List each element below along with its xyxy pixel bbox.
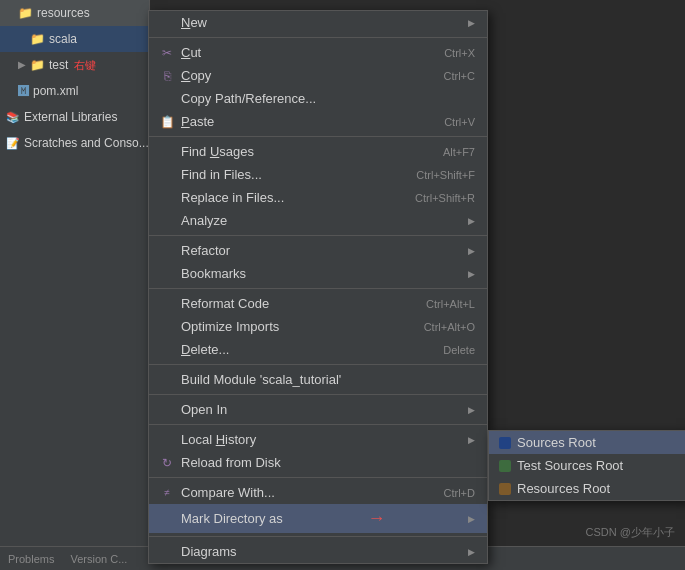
big-arrow-icon: →: [367, 508, 385, 529]
sidebar-item-scala[interactable]: 📁 scala: [0, 26, 149, 52]
cut-icon: ✂: [159, 46, 175, 60]
badge-label: 右键: [74, 55, 96, 75]
separator-2: [149, 136, 487, 137]
menu-label-find-files: Find in Files...: [181, 167, 262, 182]
shortcut-find-files: Ctrl+Shift+F: [416, 169, 475, 181]
separator-9: [149, 536, 487, 537]
menu-label-refactor: Refactor: [181, 243, 230, 258]
menu-label-reload: Reload from Disk: [181, 455, 281, 470]
menu-label-open-in: Open In: [181, 402, 227, 417]
menu-item-paste[interactable]: 📋 Paste Ctrl+V: [149, 110, 487, 133]
menu-item-local-history[interactable]: Local History: [149, 428, 487, 451]
sidebar-item-label: test: [49, 55, 68, 75]
sidebar-item-resources[interactable]: 📁 resources: [0, 0, 149, 26]
menu-label-bookmarks: Bookmarks: [181, 266, 246, 281]
menu-label-mark-directory: Mark Directory as: [181, 511, 283, 526]
reload-icon: ↻: [159, 456, 175, 470]
menu-label-diagrams: Diagrams: [181, 544, 237, 559]
shortcut-replace: Ctrl+Shift+R: [415, 192, 475, 204]
menu-item-cut[interactable]: ✂ Cut Ctrl+X: [149, 41, 487, 64]
mark-directory-submenu: Sources Root Test Sources Root Resources…: [488, 430, 685, 501]
submenu-item-resources-root[interactable]: Resources Root: [489, 477, 685, 500]
sidebar-item-pom[interactable]: 🅼 pom.xml: [0, 78, 149, 104]
menu-item-reload[interactable]: ↻ Reload from Disk: [149, 451, 487, 474]
sidebar: 📁 resources 📁 scala ▶ 📁 test 右键 🅼 pom.xm…: [0, 0, 150, 570]
menu-item-replace[interactable]: Replace in Files... Ctrl+Shift+R: [149, 186, 487, 209]
menu-label-optimize: Optimize Imports: [181, 319, 279, 334]
file-icon: 🅼: [18, 81, 29, 101]
menu-label-paste: Paste: [181, 114, 214, 129]
separator-3: [149, 235, 487, 236]
menu-item-diagrams[interactable]: Diagrams: [149, 540, 487, 563]
menu-item-delete[interactable]: Delete... Delete: [149, 338, 487, 361]
menu-label-reformat: Reformat Code: [181, 296, 269, 311]
sidebar-item-label: Scratches and Conso...: [24, 133, 149, 153]
lib-icon: 📚: [6, 107, 20, 127]
menu-item-bookmarks[interactable]: Bookmarks: [149, 262, 487, 285]
menu-item-optimize[interactable]: Optimize Imports Ctrl+Alt+O: [149, 315, 487, 338]
menu-item-copy[interactable]: ⎘ Copy Ctrl+C: [149, 64, 487, 87]
sidebar-item-scratches[interactable]: 📝 Scratches and Conso...: [0, 130, 149, 156]
folder-icon: 📁: [30, 55, 45, 75]
separator-7: [149, 424, 487, 425]
menu-item-analyze[interactable]: Analyze: [149, 209, 487, 232]
menu-item-find-usages[interactable]: Find Usages Alt+F7: [149, 140, 487, 163]
menu-item-open-in[interactable]: Open In: [149, 398, 487, 421]
compare-icon: ≠: [159, 487, 175, 498]
shortcut-delete: Delete: [443, 344, 475, 356]
bottom-bar-version[interactable]: Version C...: [70, 553, 127, 565]
separator-6: [149, 394, 487, 395]
menu-item-new[interactable]: New: [149, 11, 487, 34]
menu-label-replace: Replace in Files...: [181, 190, 284, 205]
shortcut-reformat: Ctrl+Alt+L: [426, 298, 475, 310]
menu-item-copy-path[interactable]: Copy Path/Reference...: [149, 87, 487, 110]
sidebar-item-label: scala: [49, 29, 77, 49]
menu-label-delete: Delete...: [181, 342, 229, 357]
menu-label-cut: Cut: [181, 45, 201, 60]
separator-5: [149, 364, 487, 365]
menu-item-compare[interactable]: ≠ Compare With... Ctrl+D: [149, 481, 487, 504]
folder-icon: 📁: [30, 29, 45, 49]
submenu-label-resources-root: Resources Root: [517, 481, 610, 496]
resources-root-color: [499, 483, 511, 495]
submenu-label-sources-root: Sources Root: [517, 435, 596, 450]
submenu-item-sources-root[interactable]: Sources Root: [489, 431, 685, 454]
scratch-icon: 📝: [6, 133, 20, 153]
menu-label-compare: Compare With...: [181, 485, 275, 500]
test-sources-color: [499, 460, 511, 472]
sidebar-item-label: pom.xml: [33, 81, 78, 101]
sidebar-item-label: External Libraries: [24, 107, 117, 127]
menu-label-build-module: Build Module 'scala_tutorial': [181, 372, 341, 387]
menu-item-find-files[interactable]: Find in Files... Ctrl+Shift+F: [149, 163, 487, 186]
shortcut-optimize: Ctrl+Alt+O: [424, 321, 475, 333]
menu-item-refactor[interactable]: Refactor: [149, 239, 487, 262]
submenu-item-test-sources[interactable]: Test Sources Root: [489, 454, 685, 477]
watermark: CSDN @少年小子: [586, 525, 675, 540]
context-menu: New ✂ Cut Ctrl+X ⎘ Copy Ctrl+C Copy Path…: [148, 10, 488, 564]
separator-1: [149, 37, 487, 38]
bottom-bar-problems[interactable]: Problems: [8, 553, 54, 565]
sidebar-item-ext-libs[interactable]: 📚 External Libraries: [0, 104, 149, 130]
shortcut-cut: Ctrl+X: [444, 47, 475, 59]
paste-icon: 📋: [159, 115, 175, 129]
submenu-label-test-sources: Test Sources Root: [517, 458, 623, 473]
sidebar-item-test[interactable]: ▶ 📁 test 右键: [0, 52, 149, 78]
separator-8: [149, 477, 487, 478]
menu-item-reformat[interactable]: Reformat Code Ctrl+Alt+L: [149, 292, 487, 315]
shortcut-compare: Ctrl+D: [444, 487, 475, 499]
menu-item-build-module[interactable]: Build Module 'scala_tutorial': [149, 368, 487, 391]
menu-item-mark-directory[interactable]: Mark Directory as →: [149, 504, 487, 533]
menu-label-find-usages: Find Usages: [181, 144, 254, 159]
shortcut-copy: Ctrl+C: [444, 70, 475, 82]
folder-icon: 📁: [18, 3, 33, 23]
menu-label-copy-path: Copy Path/Reference...: [181, 91, 316, 106]
menu-label-local-history: Local History: [181, 432, 256, 447]
copy-icon: ⎘: [159, 69, 175, 83]
sidebar-item-label: resources: [37, 3, 90, 23]
expand-icon: ▶: [18, 55, 26, 75]
menu-label-analyze: Analyze: [181, 213, 227, 228]
menu-label-copy: Copy: [181, 68, 211, 83]
separator-4: [149, 288, 487, 289]
menu-label-new: New: [181, 15, 207, 30]
shortcut-paste: Ctrl+V: [444, 116, 475, 128]
